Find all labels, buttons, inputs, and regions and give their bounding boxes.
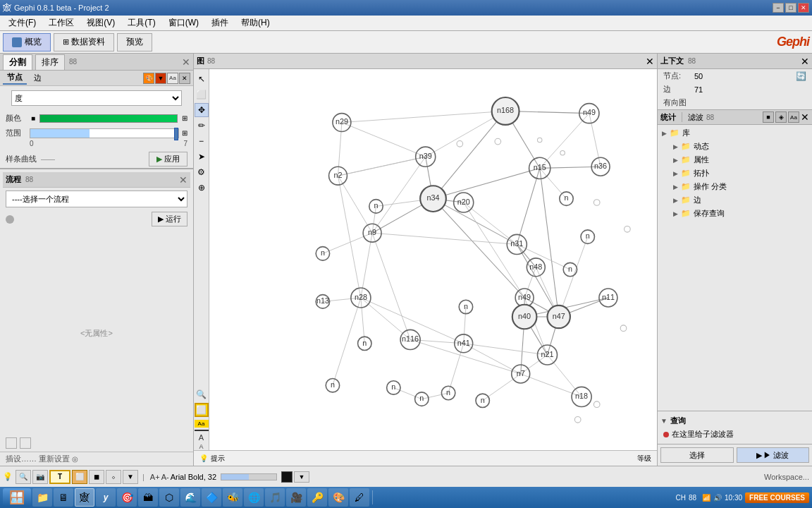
filter-button[interactable]: ▶ ▶ 滤波 <box>737 447 810 463</box>
text-style1[interactable]: A <box>199 433 204 442</box>
filter-btn1[interactable]: ■ <box>763 111 774 123</box>
font-a-large[interactable]: A+ <box>150 473 160 481</box>
filter-icon2[interactable] <box>20 437 31 449</box>
overview-button[interactable]: 概览 <box>3 33 51 52</box>
select-tool[interactable]: ↖ <box>195 72 209 86</box>
logo-area: Gephi <box>777 35 809 49</box>
tree-item-saved-queries[interactable]: ▶ 📁 保存查询 <box>659 207 811 220</box>
taskbar-sep <box>372 490 373 504</box>
filter-icon1[interactable] <box>6 437 17 449</box>
edge-tab[interactable]: 边 <box>30 72 46 84</box>
apply-button[interactable]: ▶ 应用 <box>149 152 187 167</box>
text-style2[interactable]: A <box>199 443 203 450</box>
menu-help[interactable]: 帮助(H) <box>235 16 276 30</box>
active-tool[interactable]: ⬜ <box>195 403 209 417</box>
menu-view[interactable]: 视图(V) <box>81 16 121 30</box>
zoom-tool[interactable]: 🔍 <box>195 387 209 401</box>
filter-tab[interactable]: 滤波 <box>688 112 703 123</box>
menu-file[interactable]: 文件(F) <box>3 16 42 30</box>
pencil-tool[interactable]: ✏ <box>195 119 209 133</box>
text-bold-btn[interactable]: T <box>49 470 70 484</box>
attr-folder-icon: 📁 <box>681 155 691 164</box>
zoom-btn[interactable]: 🔍 <box>16 470 31 484</box>
stats-tab[interactable]: 统计 <box>660 112 676 123</box>
select-button[interactable]: 选择 <box>660 447 734 463</box>
taskbar-icon-globe[interactable]: 🌐 <box>244 488 264 507</box>
resize-handle[interactable] <box>806 0 812 508</box>
run-button[interactable]: ▶ 运行 <box>152 212 187 226</box>
taskbar-icon-y[interactable]: y <box>96 488 116 507</box>
taskbar-icon-key[interactable]: 🔑 <box>307 488 327 507</box>
settings-tool[interactable]: ⚙ <box>195 165 209 179</box>
tree-item-topology[interactable]: ▶ 📁 拓扑 <box>659 167 811 180</box>
query-filter-icon[interactable]: ▼ <box>660 417 668 425</box>
tree-item-edges[interactable]: ▶ 📁 边 <box>659 193 811 207</box>
maximize-button[interactable]: □ <box>785 3 796 13</box>
range-expand-icon[interactable]: ⊞ <box>182 114 187 122</box>
color-more-btn[interactable]: ▼ <box>294 471 309 483</box>
filter-btn2[interactable]: ◈ <box>775 111 787 123</box>
color-swatch[interactable] <box>281 471 293 483</box>
tree-item-attributes[interactable]: ▶ 📁 属性 <box>659 153 811 167</box>
text-icon[interactable]: Aa <box>167 73 178 84</box>
taskbar-icon-wave[interactable]: 🌊 <box>180 488 200 507</box>
refresh-icon[interactable]: 🔄 <box>796 71 806 81</box>
taskbar-icon-folder[interactable]: 📁 <box>32 488 52 507</box>
taskbar-icon-paint[interactable]: 🎨 <box>328 488 348 507</box>
graph-close-icon[interactable]: ✕ <box>646 56 654 67</box>
nodes-group[interactable]: n168 n49 n29 n2 n39 <box>316 97 630 423</box>
shape2-btn[interactable]: ◼ <box>89 470 104 484</box>
font-a-label: A- <box>161 473 169 481</box>
taskbar-icon-ie[interactable]: 🖥 <box>54 488 73 507</box>
arrow-tool[interactable]: ➤ <box>195 150 209 164</box>
tree-item-library[interactable]: ▶ 📁 库 <box>659 126 811 140</box>
range-expand-icon2[interactable]: ⊞ <box>182 129 187 137</box>
flow-select[interactable]: ----选择一个流程 <box>6 190 187 207</box>
color-gradient-bar[interactable] <box>39 114 178 123</box>
move-tool[interactable]: ✥ <box>195 103 209 117</box>
partition-tab[interactable]: 分割 <box>3 54 32 70</box>
taskbar-icon-hex[interactable]: ⬡ <box>159 488 179 507</box>
menu-window[interactable]: 窗口(W) <box>163 16 204 30</box>
flow-close-icon[interactable]: ✕ <box>179 174 187 186</box>
menu-plugins[interactable]: 插件 <box>206 16 234 30</box>
range-slider[interactable] <box>30 128 179 138</box>
tree-item-dynamic[interactable]: ▶ 📁 动态 <box>659 140 811 153</box>
directed-label: 有向图 <box>663 97 691 108</box>
font-size-slider[interactable] <box>221 473 277 480</box>
preview-button[interactable]: 预览 <box>117 33 152 52</box>
menu-tools[interactable]: 工具(T) <box>122 16 161 30</box>
degree-select[interactable]: 度 <box>11 90 182 106</box>
taskbar-icon-bee[interactable]: 🐝 <box>223 488 242 507</box>
taskbar-icon-music[interactable]: 🎵 <box>265 488 285 507</box>
taskbar-icon-diamond[interactable]: 🔷 <box>202 488 221 507</box>
shape-btn[interactable]: ⬜ <box>72 470 87 484</box>
node-tab[interactable]: 节点 <box>3 71 27 85</box>
start-button[interactable]: 🪟 <box>3 488 31 507</box>
triangle-icon[interactable]: ▼ <box>155 73 166 84</box>
taskbar-icon-mountain[interactable]: 🏔 <box>138 488 158 507</box>
taskbar-icon-gephi[interactable]: 🕸 <box>75 488 94 507</box>
minus-tool[interactable]: − <box>195 134 209 148</box>
remove-icon[interactable]: ✕ <box>179 73 190 84</box>
graph-canvas[interactable]: n168 n49 n29 n2 n39 <box>209 69 657 450</box>
extra-tool[interactable]: ⊕ <box>195 181 209 195</box>
tree-item-operations[interactable]: ▶ 📁 操作 分类 <box>659 180 811 193</box>
menu-workspace[interactable]: 工作区 <box>43 16 80 30</box>
taskbar-icon-pen[interactable]: 🖊 <box>350 488 369 507</box>
sys-clock: 10:30 <box>725 494 742 502</box>
taskbar-icon-video[interactable]: 🎥 <box>286 488 306 507</box>
color-wheel-icon[interactable]: 🎨 <box>143 73 154 84</box>
graph-tab[interactable]: 图 <box>197 56 204 66</box>
screenshot-btn[interactable]: 📷 <box>32 470 48 484</box>
free-courses-badge[interactable]: FREE COURSES <box>745 492 809 503</box>
minimize-button[interactable]: − <box>773 3 784 13</box>
close-panel-icon[interactable]: ✕ <box>182 56 190 68</box>
down-btn[interactable]: ▼ <box>123 470 138 484</box>
ranking-tab[interactable]: 排序 <box>35 54 65 70</box>
filter-btn3[interactable]: Aa <box>788 111 799 123</box>
data-table-button[interactable]: ⊞ 数据资料 <box>54 33 114 52</box>
taskbar-icon-clock[interactable]: 🎯 <box>117 488 137 507</box>
rectangle-tool[interactable]: ⬜ <box>195 87 209 102</box>
shape3-btn[interactable]: ⬦ <box>106 470 121 484</box>
